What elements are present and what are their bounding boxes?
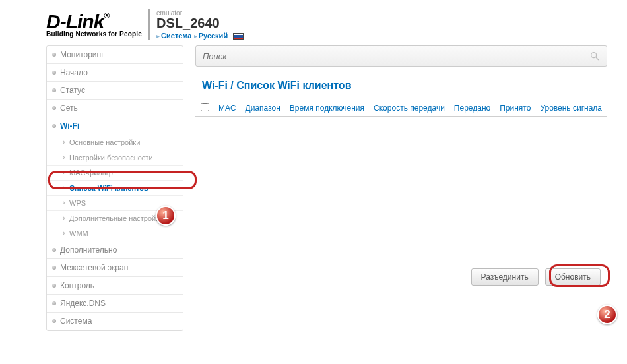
col-recv[interactable]: Принято [500, 104, 531, 113]
main-content: Wi-Fi / Список WiFi клиентов MAC Диапазо… [195, 46, 607, 286]
disconnect-button[interactable]: Разъединить [471, 268, 539, 286]
header-info: emulator DSL_2640 ▸Система ▸Русский [148, 9, 243, 40]
sidebar-sub-macfilter[interactable]: MAC-фильтр [47, 166, 183, 181]
sidebar-sub-advanced[interactable]: Дополнительные настройки [47, 211, 183, 226]
sidebar-sub-wps[interactable]: WPS [47, 196, 183, 211]
sidebar-item-yandexdns[interactable]: Яндекс.DNS [47, 295, 183, 313]
flag-icon [233, 33, 244, 40]
svg-point-0 [591, 53, 597, 58]
header: D-Link® Building Networks for People emu… [0, 0, 627, 46]
sidebar-item-system[interactable]: Система [47, 313, 183, 330]
sidebar-item-network[interactable]: Сеть [47, 100, 183, 117]
brand-name: D-Link® [46, 13, 142, 30]
breadcrumb: ▸Система ▸Русский [156, 31, 243, 40]
svg-line-1 [596, 57, 599, 60]
col-mac[interactable]: MAC [218, 104, 236, 113]
sidebar-item-firewall[interactable]: Межсетевой экран [47, 259, 183, 277]
sidebar-item-wifi[interactable]: Wi-Fi [47, 117, 183, 135]
search-box [195, 46, 607, 67]
sidebar-item-status[interactable]: Статус [47, 82, 183, 100]
search-input[interactable] [203, 51, 589, 61]
sidebar: Мониторинг Начало Статус Сеть Wi-Fi Осно… [46, 46, 183, 331]
col-signal[interactable]: Уровень сигнала [540, 104, 602, 113]
brand-tagline: Building Networks for People [46, 30, 142, 38]
brand-logo: D-Link® Building Networks for People [46, 13, 142, 38]
page-title: Wi-Fi / Список WiFi клиентов [195, 76, 607, 100]
action-bar: Разъединить Обновить [195, 268, 607, 286]
crumb-system[interactable]: Система [161, 32, 191, 40]
sidebar-item-monitoring[interactable]: Мониторинг [47, 46, 183, 64]
crumb-language[interactable]: Русский [199, 32, 228, 40]
model-name: DSL_2640 [156, 16, 243, 30]
sidebar-item-start[interactable]: Начало [47, 64, 183, 82]
sidebar-sub-basic[interactable]: Основные настройки [47, 135, 183, 150]
col-sent[interactable]: Передано [454, 104, 490, 113]
sidebar-sub-wmm[interactable]: WMM [47, 226, 183, 241]
select-all-checkbox[interactable] [201, 103, 209, 113]
search-icon[interactable] [589, 51, 600, 61]
table-body-empty [195, 117, 607, 268]
sidebar-item-advanced[interactable]: Дополнительно [47, 241, 183, 259]
col-band[interactable]: Диапазон [246, 104, 280, 113]
col-conn-time[interactable]: Время подключения [290, 104, 364, 113]
sidebar-item-control[interactable]: Контроль [47, 277, 183, 295]
col-tx-rate[interactable]: Скорость передачи [374, 104, 445, 113]
table-header-row: MAC Диапазон Время подключения Скорость … [195, 100, 607, 117]
sidebar-sub-security[interactable]: Настройки безопасности [47, 150, 183, 166]
sidebar-sub-client-list[interactable]: Список WiFi клиентов [47, 181, 183, 196]
refresh-button[interactable]: Обновить [545, 268, 601, 286]
